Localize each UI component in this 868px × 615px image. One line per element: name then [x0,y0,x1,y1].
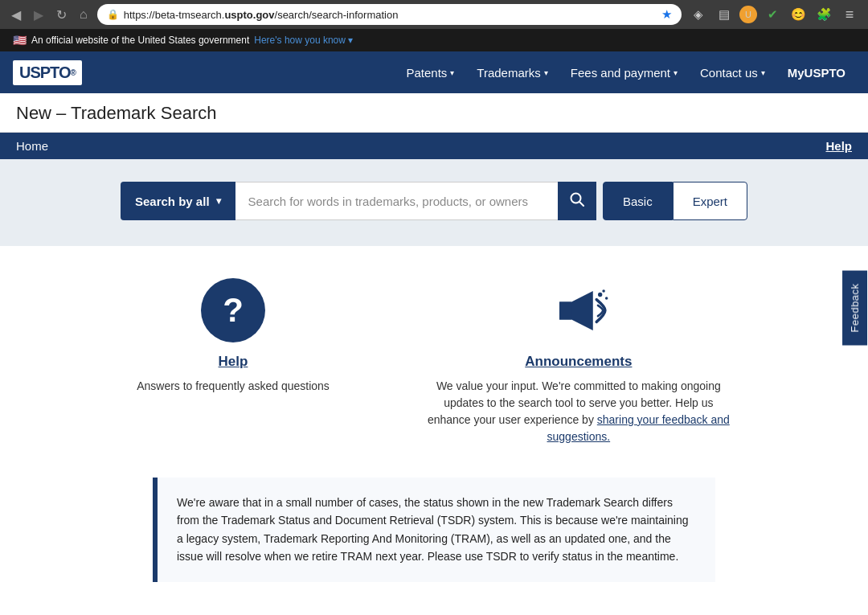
home-button[interactable]: ⌂ [76,6,91,23]
reload-button[interactable]: ↻ [53,6,70,24]
nav-patents[interactable]: Patents ▾ [396,59,464,86]
search-submit-button[interactable] [558,182,596,220]
basic-search-button[interactable]: Basic [603,182,673,220]
announcements-card-description: We value your input. We're committed to … [426,378,731,445]
page-header: New – Trademark Search [0,93,868,133]
nav-contact-us[interactable]: Contact us ▾ [690,59,775,86]
search-by-label: Search by all [135,195,210,208]
help-card-description: Answers to frequently asked questions [137,378,330,395]
breadcrumb-bar: Home Help [0,133,868,159]
browser-toolbar-icons: ◈ ▤ U ✔ 😊 🧩 ≡ [688,4,860,25]
nav-myuspto[interactable]: MyUSPTO [778,59,855,86]
search-section: Search by all ▾ Basic Expert [0,159,868,246]
menu-icon[interactable]: ≡ [839,4,860,25]
puzzle-extension-icon[interactable]: 🧩 [813,4,834,25]
notice-text: We're aware that in a small number of ca… [177,494,696,566]
check-extension-icon[interactable]: ✔ [762,4,783,25]
search-icon [569,191,585,211]
expert-search-button[interactable]: Expert [673,182,747,220]
help-icon: ? [201,278,265,342]
notice-box: We're aware that in a small number of ca… [153,478,715,582]
bookmark-star-icon[interactable]: ★ [661,7,672,22]
chevron-down-icon: ▾ [544,68,548,77]
page-title: New – Trademark Search [16,103,852,124]
breadcrumb-home-link[interactable]: Home [16,139,48,153]
uspto-logo[interactable]: USPTO® [13,60,82,85]
search-mode-buttons: Basic Expert [603,182,747,220]
chevron-down-icon: ▾ [761,68,765,77]
pocket-icon[interactable]: ◈ [688,4,709,25]
svg-point-5 [602,289,605,293]
svg-point-4 [605,297,608,300]
chevron-down-icon: ▾ [450,68,454,77]
avatar-icon[interactable]: U [739,6,757,23]
feedback-button[interactable]: Feedback [842,270,867,345]
browser-chrome: ◀ ▶ ↻ ⌂ 🔒 https://beta-tmsearch.uspto.go… [0,0,868,29]
info-cards: ? Help Answers to frequently asked quest… [48,278,820,445]
chevron-down-icon: ▾ [674,68,678,77]
top-nav: USPTO® Patents ▾ Trademarks ▾ Fees and p… [0,51,868,93]
nav-items: Patents ▾ Trademarks ▾ Fees and payment … [396,59,855,86]
search-by-button[interactable]: Search by all ▾ [121,182,235,220]
svg-line-1 [579,202,583,206]
chevron-down-icon: ▾ [216,195,221,207]
announcements-icon [547,278,611,342]
announcements-card-link[interactable]: Announcements [525,354,632,370]
help-card-link[interactable]: Help [219,354,248,370]
gov-banner: 🇺🇸 An official website of the United Sta… [0,29,868,51]
gov-banner-text: An official website of the United States… [31,35,249,46]
url-text: https://beta-tmsearch.uspto.gov/search/s… [124,9,657,21]
breadcrumb-help-link[interactable]: Help [825,139,852,153]
help-card: ? Help Answers to frequently asked quest… [137,278,330,445]
forward-button[interactable]: ▶ [31,6,47,24]
face-extension-icon[interactable]: 😊 [788,4,809,25]
svg-point-3 [598,292,602,296]
search-bar: Search by all ▾ Basic Expert [121,182,747,220]
nav-fees-payment[interactable]: Fees and payment ▾ [561,59,687,86]
svg-rect-6 [559,301,571,319]
announcements-card: Announcements We value your input. We're… [426,278,731,445]
library-icon[interactable]: ▤ [714,4,735,25]
gov-banner-link[interactable]: Here's how you know ▾ [254,35,353,46]
security-icon: 🔒 [107,9,119,20]
search-input[interactable] [235,182,558,220]
address-bar[interactable]: 🔒 https://beta-tmsearch.uspto.gov/search… [97,4,682,25]
main-content: ? Help Answers to frequently asked quest… [0,246,868,614]
nav-trademarks[interactable]: Trademarks ▾ [467,59,557,86]
back-button[interactable]: ◀ [8,6,24,24]
us-flag-icon: 🇺🇸 [13,34,27,47]
